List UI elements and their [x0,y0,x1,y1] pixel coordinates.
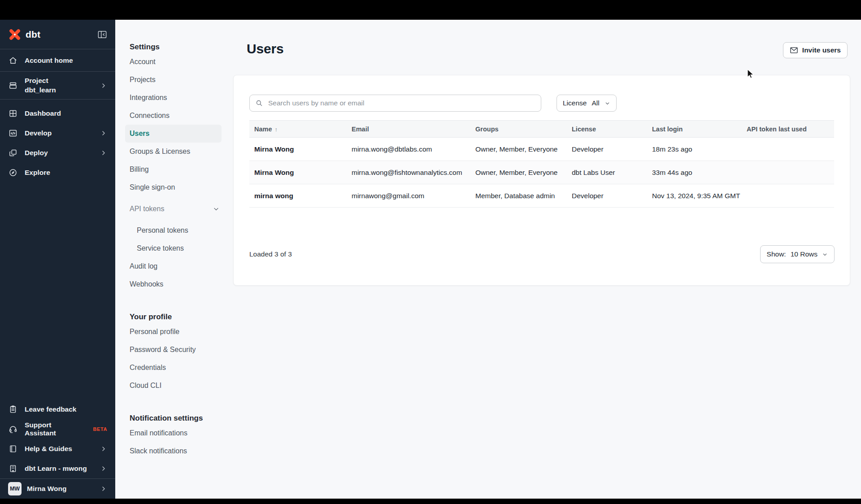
license-filter-dropdown[interactable]: License All [557,95,617,112]
sidebar-user-menu[interactable]: MW Mirna Wong [0,478,115,499]
settings-item-integrations[interactable]: Integrations [130,89,226,107]
sidebar-item-help-guides[interactable]: Help & Guides [0,439,115,459]
column-header-license[interactable]: License [572,126,652,133]
settings-item-email-notifications[interactable]: Email notifications [130,424,226,442]
column-label: Last login [652,126,683,133]
table-row[interactable]: mirna wong mirnawong@gmail.com Member, D… [249,184,834,208]
project-label-line1: Project [25,76,56,86]
column-header-last-login[interactable]: Last login [652,126,747,133]
settings-item-webhooks[interactable]: Webhooks [130,275,226,293]
settings-item-connections[interactable]: Connections [130,107,226,125]
settings-item-label: Groups & Licenses [130,148,190,156]
settings-item-personal-tokens[interactable]: Personal tokens [130,222,226,239]
column-header-api-token[interactable]: API token last used [747,126,834,133]
headset-icon [8,424,18,434]
column-label: Name [254,126,272,133]
settings-item-cloud-cli[interactable]: Cloud CLI [130,377,226,395]
loaded-count-text: Loaded 3 of 3 [249,250,292,258]
table-row[interactable]: Mirna Wong mirna.wong@fishtownanalytics.… [249,161,834,184]
settings-item-groups-licenses[interactable]: Groups & Licenses [130,143,226,161]
cell-name: Mirna Wong [254,169,352,177]
cell-email: mirna.wong@dbtlabs.com [352,145,475,153]
book-icon [8,444,18,454]
sidebar-item-dbt-learn[interactable]: dbt Learn - mwong [0,459,115,478]
sidebar-item-leave-feedback[interactable]: Leave feedback [0,400,115,419]
sidebar: dbt Account home [0,20,115,499]
invite-users-label: Invite users [802,46,841,54]
project-name: dbt_learn [25,86,56,95]
user-name: Mirna Wong [27,485,66,493]
chevron-right-icon [100,445,107,452]
chevron-down-icon [604,100,610,106]
cell-name: mirna wong [254,192,352,200]
invite-users-button[interactable]: Invite users [783,42,848,58]
settings-item-label: Slack notifications [130,447,187,455]
settings-item-account[interactable]: Account [130,53,226,71]
search-users-input[interactable] [267,99,535,108]
sidebar-logo-row: dbt [0,20,115,49]
cell-name: Mirna Wong [254,145,352,153]
settings-item-label: API tokens [130,205,164,213]
clipboard-icon [8,404,18,414]
cell-license: Developer [572,145,652,153]
bottom-black-bar [0,499,861,504]
settings-item-label: Billing [130,165,149,174]
building-icon [8,464,18,474]
settings-item-credentials[interactable]: Credentials [130,359,226,377]
settings-item-label: Cloud CLI [130,382,161,390]
beta-badge: BETA [93,426,107,432]
sidebar-item-develop[interactable]: Develop [0,123,115,143]
dashboard-grid-icon [8,109,18,118]
cell-groups: Owner, Member, Everyone [475,169,572,177]
archive-box-icon [8,81,18,91]
chevron-right-icon [100,465,107,472]
sidebar-item-label: Develop [25,129,52,137]
search-users-input-wrap [249,95,541,112]
settings-item-password-security[interactable]: Password & Security [130,341,226,359]
collapse-sidebar-icon[interactable] [97,30,107,39]
dbt-logo-icon [8,28,22,41]
table-row[interactable]: Mirna Wong mirna.wong@dbtlabs.com Owner,… [249,138,834,161]
settings-item-projects[interactable]: Projects [130,71,226,89]
notification-settings-heading: Notification settings [130,413,236,424]
show-value: 10 Rows [791,250,818,258]
sidebar-item-label: Account home [25,56,73,65]
settings-item-service-tokens[interactable]: Service tokens [130,239,226,257]
column-header-name[interactable]: Name↑ [254,126,352,133]
table-footer: Loaded 3 of 3 Show: 10 Rows [249,245,835,263]
sidebar-item-project[interactable]: Project dbt_learn [0,72,115,100]
settings-item-label: Connections [130,112,170,120]
column-header-email[interactable]: Email [352,126,475,133]
sidebar-item-support-assistant[interactable]: Support Assistant BETA [0,419,115,439]
column-header-groups[interactable]: Groups [475,126,572,133]
cell-email: mirna.wong@fishtownanalytics.com [352,169,475,177]
project-label: Project dbt_learn [25,76,56,95]
sidebar-item-deploy[interactable]: Deploy [0,143,115,163]
settings-item-personal-profile[interactable]: Personal profile [130,323,226,341]
license-filter-value: All [591,99,599,107]
sidebar-item-explore[interactable]: Explore [0,163,115,182]
cell-last-login: Nov 13, 2024, 9:35 AM GMT [652,192,747,200]
settings-item-slack-notifications[interactable]: Slack notifications [130,442,226,460]
settings-item-audit-log[interactable]: Audit log [130,257,226,275]
sidebar-item-account-home[interactable]: Account home [0,49,115,72]
sidebar-item-label: Explore [25,169,50,177]
sidebar-item-dashboard[interactable]: Dashboard [0,104,115,123]
settings-item-label: Email notifications [130,429,187,437]
settings-heading: Settings [130,41,236,53]
column-label: API token last used [747,126,807,133]
settings-item-billing[interactable]: Billing [130,161,226,178]
sidebar-item-label: dbt Learn - mwong [25,465,87,473]
rows-per-page-dropdown[interactable]: Show: 10 Rows [760,245,835,263]
top-black-bar [0,0,861,20]
settings-item-users[interactable]: Users [125,125,222,143]
sidebar-item-label: Dashboard [25,109,61,117]
users-table-header: Name↑ Email Groups License Last login AP… [249,120,834,138]
settings-item-single-sign-on[interactable]: Single sign-on [130,178,226,196]
settings-item-api-tokens[interactable]: API tokens [130,200,226,218]
home-icon [8,56,18,65]
code-window-icon [8,128,18,138]
settings-item-label: Projects [130,76,156,84]
settings-item-label: Single sign-on [130,183,175,191]
chevron-right-icon [100,149,107,156]
